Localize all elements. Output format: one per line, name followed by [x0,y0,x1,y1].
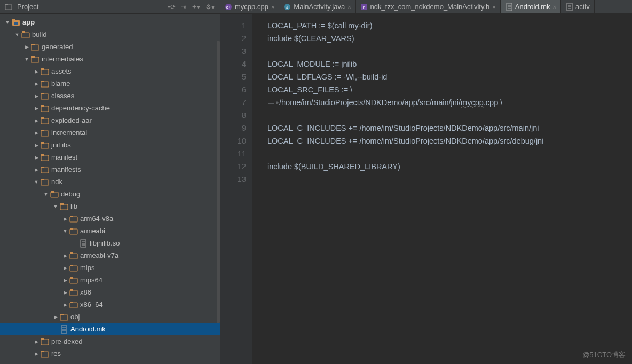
tree-item-label: debug [61,190,80,198]
line-number: 12 [220,160,246,173]
tree-item-label: intermediates [42,55,83,63]
tree-item-arm64-v8a[interactable]: ▶arm64-v8a [0,212,220,225]
tree-item-dependency-cache[interactable]: ▶dependency-cache [0,102,220,114]
project-icon [4,3,13,11]
svg-rect-31 [51,192,58,197]
tree-item-manifest[interactable]: ▶manifest [0,151,220,163]
code-line[interactable] [267,147,632,160]
tab-activ[interactable]: activ [561,0,595,13]
svg-rect-61 [41,352,49,357]
code-line[interactable]: ⸺▸/home/im/StudioProjects/NDKDemo/app/sr… [267,96,632,109]
expand-icon[interactable]: ▶ [62,216,68,221]
close-icon[interactable]: × [271,4,274,10]
code-line[interactable]: LOCAL_PATH := $(call my-dir) [267,19,632,32]
tree-item-blame[interactable]: ▶blame [0,77,220,90]
expand-icon[interactable]: ▶ [33,339,40,344]
expand-icon[interactable]: ▶ [62,253,68,258]
code-line[interactable] [267,109,632,122]
view-options-icon[interactable]: ✦▾ [192,3,200,11]
expand-icon[interactable]: ▶ [52,314,59,320]
expand-icon[interactable]: ▶ [33,93,40,99]
tree-item-lib[interactable]: ▼lib [0,200,220,212]
code-line[interactable]: include $(BUILD_SHARED_LIBRARY) [267,160,632,173]
code-line[interactable]: LOCAL_SRC_FILES := \ [267,83,632,96]
expand-icon[interactable]: ▶ [33,130,40,136]
tree-item-label: mips64 [80,276,102,284]
code-line[interactable]: include $(CLEAR_VARS) [267,32,632,45]
tree-item-debug[interactable]: ▼debug [0,188,220,200]
expand-icon[interactable]: ▶ [23,44,30,50]
svg-rect-8 [31,44,35,45]
tree-item-label: pre-dexed [51,337,83,345]
code-line[interactable]: LOCAL_MODULE := jnilib [267,58,632,70]
expand-icon[interactable]: ▶ [62,265,68,271]
code-line[interactable] [267,173,632,186]
code-line[interactable] [267,45,632,58]
tree-item-res[interactable]: ▶res [0,347,220,360]
tree-item-build[interactable]: ▼build [0,28,220,41]
line-number: 6 [220,83,246,96]
tree-item-obj[interactable]: ▶obj [0,311,220,323]
expand-icon[interactable]: ▼ [14,32,20,37]
tree-item-exploded-aar[interactable]: ▶exploded-aar [0,114,220,126]
svg-rect-6 [22,31,25,33]
tree-item-classes[interactable]: ▶classes [0,90,220,102]
tab-mainactivity-java[interactable]: JMainActivity.java× [279,0,356,13]
svg-rect-7 [31,45,39,50]
expand-icon[interactable]: ▶ [62,278,68,283]
expand-icon[interactable]: ▶ [33,155,40,160]
expand-icon[interactable]: ▶ [33,106,40,111]
svg-rect-29 [41,180,49,185]
tab-android-mk[interactable]: Android.mk× [501,0,561,13]
expand-icon[interactable]: ▶ [33,143,40,148]
code-content[interactable]: LOCAL_PATH := $(call my-dir)include $(CL… [252,14,632,364]
close-icon[interactable]: × [347,4,351,10]
expand-icon[interactable]: ▼ [23,57,30,62]
expand-icon[interactable]: ▼ [62,228,68,234]
expand-icon[interactable]: ▶ [33,167,40,172]
tree-item-libjnilib-so[interactable]: libjnilib.so [0,237,220,249]
project-tree[interactable]: ▼app▼build▶generated▼intermediates▶asset… [0,14,220,364]
tree-item-generated[interactable]: ▶generated [0,41,220,53]
expand-icon[interactable]: ▼ [52,204,59,209]
tree-item-incremental[interactable]: ▶incremental [0,126,220,139]
tree-item-assets[interactable]: ▶assets [0,65,220,77]
expand-icon[interactable]: ▼ [4,20,11,25]
tree-item-x86-64[interactable]: ▶x86_64 [0,298,220,311]
settings-icon[interactable]: ⚙▾ [206,3,215,11]
svg-rect-44 [70,252,73,254]
expand-icon[interactable]: ▶ [33,118,40,123]
tree-item-armeabi[interactable]: ▼armeabi [0,225,220,237]
tree-item-ndk[interactable]: ▼ndk [0,176,220,188]
tree-item-android-mk[interactable]: Android.mk [0,323,220,335]
line-number: 9 [220,122,246,134]
tree-item-mips[interactable]: ▶mips [0,262,220,274]
tab-mycpp-cpp[interactable]: c+mycpp.cpp× [220,0,279,13]
tree-item-mips64[interactable]: ▶mips64 [0,274,220,286]
expand-icon[interactable]: ▶ [62,302,68,307]
folder-icon [31,43,40,51]
tree-item-armeabi-v7a[interactable]: ▶armeabi-v7a [0,249,220,262]
tree-item-manifests[interactable]: ▶manifests [0,163,220,176]
sync-icon[interactable]: ⟳ [170,3,176,11]
tree-item-jnilibs[interactable]: ▶jniLibs [0,139,220,151]
tree-item-x86[interactable]: ▶x86 [0,286,220,298]
code-line[interactable]: LOCAL_LDFLAGS := -Wl,--build-id [267,70,632,83]
expand-icon[interactable]: ▼ [43,192,49,197]
expand-icon[interactable]: ▼ [33,179,40,185]
expand-icon[interactable]: ▶ [62,290,68,295]
autoscroll-icon[interactable]: ⇥ [181,3,186,11]
expand-icon[interactable]: ▶ [33,351,40,357]
code-line[interactable]: LOCAL_C_INCLUDES += /home/im/StudioProje… [267,122,632,134]
tree-item-app[interactable]: ▼app [0,16,220,28]
close-icon[interactable]: × [492,4,495,10]
tree-item-intermediates[interactable]: ▼intermediates [0,53,220,65]
scrollbar[interactable] [217,41,220,323]
code-line[interactable]: LOCAL_C_INCLUDES += /home/im/StudioProje… [267,134,632,147]
expand-icon[interactable]: ▶ [33,69,40,74]
close-icon[interactable]: × [553,4,556,10]
expand-icon[interactable]: ▶ [33,81,40,86]
tree-item-pre-dexed[interactable]: ▶pre-dexed [0,335,220,347]
tree-item-label: dependency-cache [51,104,110,112]
tab-ndk-tzx-com-ndkdemo-mainactivity-h[interactable]: hndk_tzx_com_ndkdemo_MainActivity.h× [356,0,501,13]
